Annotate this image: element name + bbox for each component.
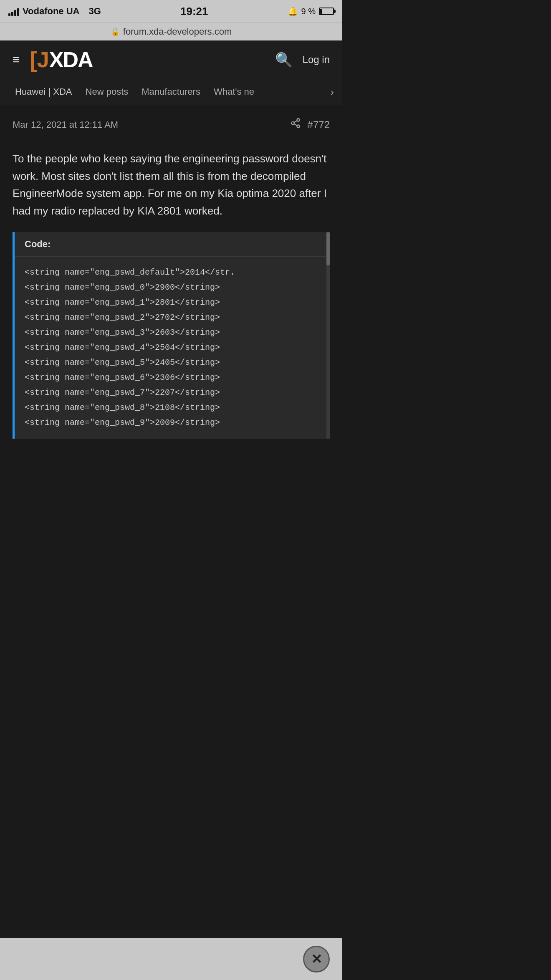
code-block-body: <string name="eng_pswd_default">2014</st… [15,257,330,439]
code-block-header: Code: [15,232,330,257]
time-display: 19:21 [180,5,208,18]
tab-new-posts[interactable]: New posts [79,79,135,105]
battery-icon [319,8,334,15]
svg-point-1 [291,122,294,125]
post-meta: Mar 12, 2021 at 12:11 AM #772 [13,118,330,140]
code-line: <string name="eng_pswd_9">2009</string> [25,415,320,430]
logo[interactable]: [J XDA [30,49,93,71]
network-label: 3G [89,6,101,17]
scrollbar-thumb[interactable] [326,232,330,265]
code-line: <string name="eng_pswd_2">2702</string> [25,310,320,325]
code-block: Code: <string name="eng_pswd_default">20… [13,232,330,439]
login-button[interactable]: Log in [303,54,330,66]
post-number: #772 [308,119,330,131]
status-bar: Vodafone UA 3G 19:21 🔔 9 % [0,0,342,23]
logo-bracket: [J [30,49,49,71]
post-meta-right: #772 [290,118,330,131]
hamburger-menu-icon[interactable]: ≡ [13,53,20,66]
status-right: 🔔 9 % [288,6,334,16]
battery-percent: 9 % [301,7,316,16]
code-line: <string name="eng_pswd_4">2504</string> [25,340,320,355]
status-left: Vodafone UA 3G [8,6,101,17]
carrier-label: Vodafone UA [23,6,79,17]
code-line: <string name="eng_pswd_5">2405</string> [25,355,320,370]
header-left: ≡ [J XDA [13,49,93,71]
signal-bars-icon [8,7,19,16]
code-line: <string name="eng_pswd_6">2306</string> [25,370,320,385]
nav-tabs: Huawei | XDA New posts Manufacturers Wha… [0,79,342,105]
svg-point-2 [297,125,300,128]
svg-line-4 [294,121,297,122]
code-line: <string name="eng_pswd_3">2603</string> [25,325,320,340]
main-content: Mar 12, 2021 at 12:11 AM #772 To the peo… [0,105,342,455]
svg-line-3 [294,124,297,126]
svg-point-0 [297,119,300,121]
code-line: <string name="eng_pswd_8">2108</string> [25,400,320,415]
tab-huawei[interactable]: Huawei | XDA [8,79,79,105]
post-date: Mar 12, 2021 at 12:11 AM [13,119,118,130]
nav-chevron-icon[interactable]: › [331,86,334,98]
alarm-icon: 🔔 [288,6,298,16]
tab-whats-new[interactable]: What's ne [207,79,261,105]
code-line: <string name="eng_pswd_1">2801</string> [25,295,320,310]
url-bar[interactable]: 🔒 forum.xda-developers.com [0,23,342,40]
tab-manufacturers[interactable]: Manufacturers [135,79,207,105]
logo-xda: XDA [49,49,93,71]
scrollbar[interactable] [326,232,330,439]
lock-icon: 🔒 [111,27,120,36]
search-icon[interactable]: 🔍 [275,51,293,68]
code-line: <string name="eng_pswd_0">2900</string> [25,280,320,295]
code-line: <string name="eng_pswd_7">2207</string> [25,385,320,400]
post-body: To the people who keep saying the engine… [13,150,330,220]
url-text: forum.xda-developers.com [123,26,232,37]
share-icon[interactable] [290,118,301,131]
header-right: 🔍 Log in [275,51,330,68]
site-header: ≡ [J XDA 🔍 Log in [0,40,342,79]
code-line: <string name="eng_pswd_default">2014</st… [25,265,320,280]
